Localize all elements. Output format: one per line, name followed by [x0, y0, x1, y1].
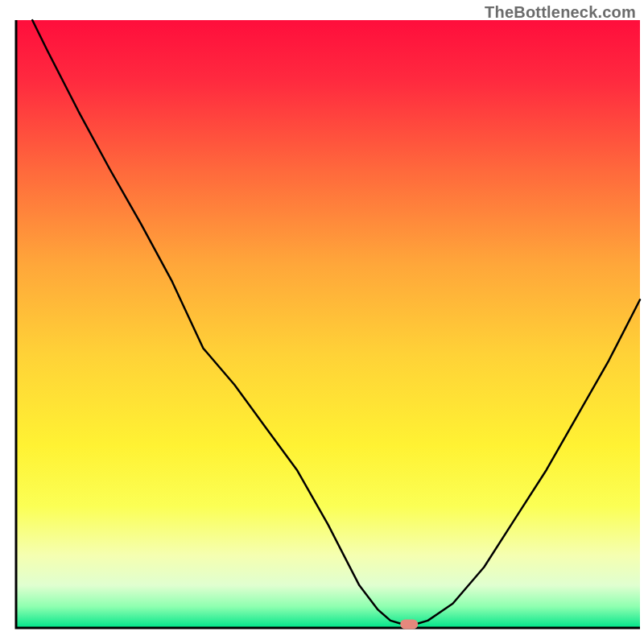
- bottleneck-curve-plot: [0, 0, 644, 644]
- plot-background-gradient: [16, 20, 640, 628]
- optimum-marker: [400, 619, 418, 629]
- chart-container: { "watermark": "TheBottleneck.com", "cha…: [0, 0, 644, 644]
